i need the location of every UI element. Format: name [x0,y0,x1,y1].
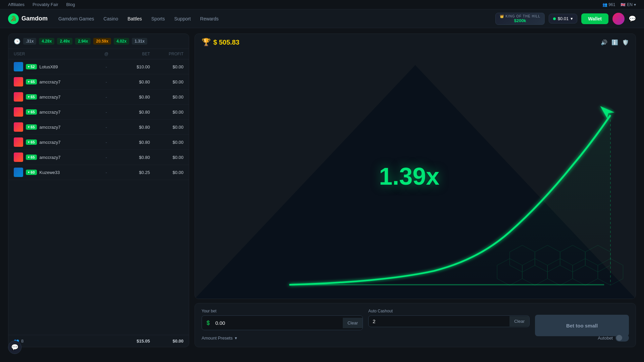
multiplier-badge-6[interactable]: 1.31x [132,38,147,45]
level-icon: ♥ [28,125,30,129]
level-badge: ♥ 65 [26,155,37,160]
cashout-clear-button[interactable]: Clear [509,316,529,326]
level-value: 65 [31,155,35,159]
right-panel: 🏆 $ 505.83 🔊 ℹ️ 🛡️ [195,34,636,347]
your-bet-input-wrap: 💲 Clear [202,315,363,330]
multiplier-badge-3[interactable]: 2.94x [75,38,91,45]
toggle-knob [616,335,622,341]
auto-cashout-input[interactable] [369,316,509,327]
multiplier-badge-1[interactable]: 4.28x [39,38,54,45]
username[interactable]: amccrazy7 [40,95,61,100]
balance-display[interactable]: $0.01 ▾ [549,14,578,23]
multiplier-badge-2[interactable]: 2.49x [57,38,72,45]
nav-left: 🐊 Gamdom Gamdom Games Casino Battles Spo… [8,13,219,24]
info-icon[interactable]: ℹ️ [611,39,618,46]
username[interactable]: Kuzewe33 [40,170,60,175]
king-hill-banner[interactable]: 👑 KING OF THE HILL $200k [495,13,544,25]
table-footer: 👥 8 $15.05 $0.00 [8,335,189,347]
bet-value: $0.80 [116,79,150,84]
profit-value: $0.00 [150,79,183,84]
bet-action-button[interactable]: Bet too small [535,315,629,336]
nav-battles[interactable]: Battles [127,16,142,21]
history-icon: 🕒 [14,38,20,45]
auto-cashout-input-wrap: Clear [368,315,530,327]
nav-support[interactable]: Support [174,16,191,21]
table-row: ♥ 65 amccrazy7 - $0.80 $0.00 [8,74,189,89]
balance-value: $0.01 [558,16,569,21]
multiplier-display: 1.39x [379,163,439,190]
bet-value: $10.00 [116,64,150,69]
at-value: - [96,140,116,145]
bet-value: $0.80 [116,110,150,115]
profit-value: $0.00 [150,64,183,69]
avatar[interactable] [612,13,625,25]
top-bar: Affiliates Provably Fair Blog 👥 961 🇬🇧 E… [0,0,644,9]
your-bet-group: Your bet 💲 Clear [202,309,363,330]
shield-icon[interactable]: 🛡️ [622,39,629,46]
user-avatar [14,77,23,86]
level-badge: ♥ 65 [26,94,37,100]
user-avatar [14,62,23,71]
footer-total-profit: $0.00 [150,339,183,344]
nav-sports[interactable]: Sports [151,16,165,21]
user-cell: ♥ 65 amccrazy7 [14,137,96,147]
chat-icon[interactable]: 💬 [629,15,636,22]
nav-right: 👑 KING OF THE HILL $200k $0.01 ▾ Wallet … [495,13,636,25]
autobet-label: Autobet [598,336,613,341]
users-count: 8 [21,339,23,344]
bet-controls: Your bet 💲 Clear Auto Cashout Clear [195,303,636,347]
support-icon: 💬 [11,344,18,351]
wallet-button[interactable]: Wallet [581,13,608,24]
table-row: ♥ 65 amccrazy7 - $0.80 $0.00 [8,120,189,135]
nav-links: Gamdom Games Casino Battles Sports Suppo… [58,16,219,21]
table-row: ♥ 65 amccrazy7 - $0.80 $0.00 [8,150,189,165]
at-value: - [96,79,116,84]
auto-cashout-group: Auto Cashout Clear [368,309,530,327]
amount-presets-button[interactable]: Amount Presets ▾ [202,336,237,341]
balance-chevron: ▾ [571,16,573,21]
nav-casino[interactable]: Casino [104,16,118,21]
username[interactable]: amccrazy7 [40,110,61,115]
user-avatar [14,168,23,177]
bet-clear-button[interactable]: Clear [343,318,363,328]
user-avatar [14,153,23,162]
level-icon: ♥ [28,171,30,174]
table-row: ♥ 60 Kuzewe33 - $0.25 $0.00 [8,165,189,180]
jackpot-display: 🏆 $ 505.83 [202,38,239,47]
autobet-toggle[interactable] [615,334,629,342]
level-icon: ♥ [28,65,30,68]
provably-fair-link[interactable]: Provably Fair [33,2,58,7]
language-selector[interactable]: 🇬🇧 EN ▾ [621,2,636,7]
profit-value: $0.00 [150,155,183,160]
jackpot-value: $ 505.83 [213,39,239,46]
sound-icon[interactable]: 🔊 [601,39,607,46]
nav-bar: 🐊 Gamdom Gamdom Games Casino Battles Spo… [0,9,644,28]
nav-gamdom-games[interactable]: Gamdom Games [58,16,94,21]
level-value: 65 [31,140,35,144]
profit-value: $0.00 [150,140,183,145]
level-badge: ♥ 52 [26,64,37,69]
dollar-icon: 💲 [202,316,214,330]
user-avatar [14,137,23,147]
multiplier-badge-4[interactable]: 20.59x [93,38,111,45]
username[interactable]: amccrazy7 [40,125,61,130]
username[interactable]: amccrazy7 [40,79,61,84]
col-user: User [14,52,96,56]
affiliates-link[interactable]: Affiliates [8,2,24,7]
your-bet-input[interactable] [214,317,343,328]
level-badge: ♥ 60 [26,170,37,175]
multiplier-badge-5[interactable]: 4.02x [114,38,129,45]
multiplier-badge-0[interactable]: .31x [23,38,36,45]
blog-link[interactable]: Blog [66,2,75,7]
table-header: User @ Bet Profit [8,49,189,59]
game-area: 🏆 $ 505.83 🔊 ℹ️ 🛡️ [195,34,636,299]
table-row: ♥ 52 LotusX89 - $10.00 $0.00 [8,59,189,74]
username[interactable]: amccrazy7 [40,140,61,145]
nav-rewards[interactable]: Rewards [200,16,219,21]
username[interactable]: LotusX89 [40,64,58,69]
support-chat-button[interactable]: 💬 [8,341,21,354]
king-title: 👑 KING OF THE HILL [500,14,540,18]
username[interactable]: amccrazy7 [40,155,61,160]
level-icon: ♥ [28,156,30,159]
logo[interactable]: 🐊 Gamdom [8,13,48,24]
